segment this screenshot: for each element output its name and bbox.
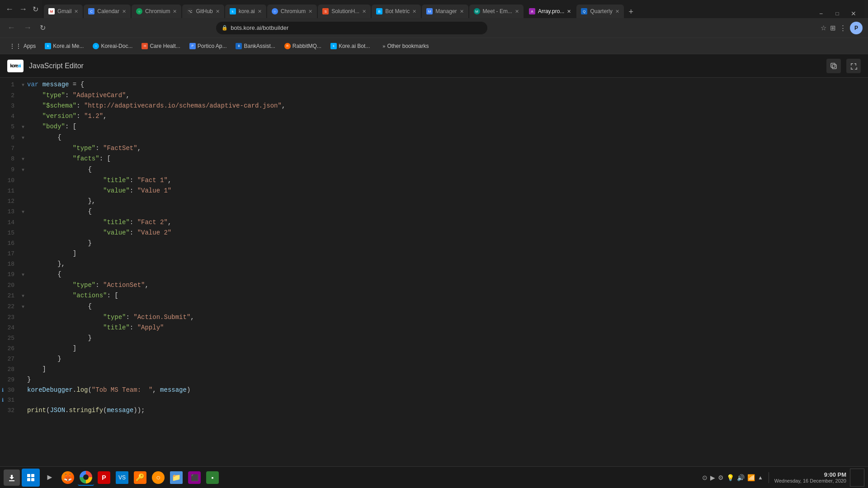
- svg-rect-0: [832, 65, 836, 69]
- back-nav[interactable]: ←: [5, 21, 17, 34]
- tray-up-arrow[interactable]: ▲: [758, 474, 763, 481]
- bookmark-star-icon[interactable]: ☆: [821, 24, 826, 32]
- taskbar-vscode[interactable]: VS: [114, 469, 130, 486]
- bookmark-koreai-bot[interactable]: k Kore.ai Bot...: [327, 42, 373, 51]
- tab-array[interactable]: A Array.pro... ✕: [524, 5, 576, 18]
- tab-botmetric[interactable]: B Bot Metric ✕: [372, 5, 421, 18]
- bookmark-koreai-me[interactable]: k Kore.ai Me...: [41, 42, 87, 51]
- tab-close-array[interactable]: ✕: [567, 9, 571, 14]
- tab-close-gmail[interactable]: ✕: [74, 9, 78, 14]
- editor-title: JavaScript Editor: [29, 62, 84, 70]
- code-line-26: 26 ]: [0, 343, 868, 354]
- taskbar-arrow[interactable]: ►: [42, 469, 58, 486]
- code-line-12: 12 },: [0, 196, 868, 206]
- svg-rect-5: [31, 478, 34, 481]
- forward-button[interactable]: →: [17, 3, 29, 16]
- taskbar-orange[interactable]: 🔑: [132, 469, 148, 486]
- tab-close-chromium-dev[interactable]: ✕: [173, 9, 177, 14]
- tab-close-chromium2[interactable]: ✕: [308, 9, 312, 14]
- refresh-nav[interactable]: ↻: [38, 22, 47, 34]
- tab-close-manager[interactable]: ✕: [460, 9, 464, 14]
- taskbar-orange2[interactable]: ○: [150, 469, 166, 486]
- tab-close-botmetric[interactable]: ✕: [412, 9, 416, 14]
- code-line-10: 10 "title": "Fact 1",: [0, 175, 868, 186]
- expand-icon-btn[interactable]: [846, 59, 861, 73]
- tab-bar: M Gmail ✕ C Calendar ✕ ○ Chromium ✕ ⌥ Gi…: [42, 0, 864, 18]
- taskbar-filemanager[interactable]: 📁: [168, 469, 184, 486]
- tab-solutionhub[interactable]: S SolutionH... ✕: [318, 5, 371, 18]
- taskbar-notification[interactable]: [4, 469, 20, 486]
- bookmark-apps[interactable]: ⋮⋮ Apps: [5, 41, 39, 51]
- bookmarks-bar: ⋮⋮ Apps k Kore.ai Me... ○ Koreai-Doc... …: [0, 38, 868, 54]
- copy-icon-btn[interactable]: [826, 59, 841, 73]
- new-tab-button[interactable]: +: [625, 5, 637, 18]
- code-line-3: 3 "$schema": "http://adaptivecards.io/sc…: [0, 101, 868, 111]
- taskbar-firefox[interactable]: 🦊: [60, 469, 76, 486]
- code-line-30: 30 koreDebugger.log("Tob MS Team: ", mes…: [0, 385, 868, 395]
- tray-config[interactable]: ⚙: [718, 474, 724, 481]
- bookmark-koreai-doc[interactable]: ○ Koreai-Doc...: [89, 42, 136, 51]
- code-line-25: 25 }: [0, 333, 868, 343]
- tab-quarterly[interactable]: Q Quarterly ✕: [576, 5, 623, 18]
- tray-play[interactable]: ▶: [710, 474, 715, 481]
- kore-logo-box: koreai: [7, 60, 24, 72]
- tab-close-github[interactable]: ✕: [216, 9, 220, 14]
- tab-close-solutionhub[interactable]: ✕: [362, 9, 366, 14]
- show-desktop-btn[interactable]: [850, 469, 864, 487]
- browser-window: ← → ↻ M Gmail ✕ C Calendar ✕ ○ Chromium …: [0, 0, 868, 488]
- tab-close-quarterly[interactable]: ✕: [615, 9, 619, 14]
- bookmark-care-health[interactable]: H Care Healt...: [138, 42, 184, 51]
- copy-icon: [830, 62, 837, 70]
- tab-close-kore[interactable]: ✕: [258, 9, 262, 14]
- code-line-31: 31: [0, 395, 868, 405]
- bookmark-bankassist[interactable]: B BankAssist...: [232, 42, 278, 51]
- taskbar-chrome[interactable]: [78, 469, 94, 486]
- user-avatar[interactable]: P: [850, 22, 863, 34]
- extensions-icon[interactable]: ⊞: [830, 24, 836, 32]
- url-text: bots.kore.ai/botbuilder: [231, 24, 288, 31]
- grid-icon: [26, 473, 35, 482]
- refresh-button[interactable]: ↻: [31, 3, 40, 15]
- taskbar: ► 🦊 P VS 🔑 ○ 📁 ⬛ ▪: [0, 466, 868, 488]
- tab-manager[interactable]: M Manager ✕: [422, 5, 468, 18]
- tab-calendar[interactable]: C Calendar ✕: [84, 5, 131, 18]
- back-button[interactable]: ←: [4, 3, 15, 16]
- code-line-27: 27 }: [0, 354, 868, 364]
- tab-github[interactable]: ⌥ GitHub ✕: [182, 5, 224, 18]
- tab-gmail[interactable]: M Gmail ✕: [44, 5, 83, 18]
- clock[interactable]: 9:00 PM Wednesday, 16 December, 2020: [774, 471, 846, 483]
- bookmark-rabbitmq[interactable]: R RabbitMQ...: [281, 42, 325, 51]
- tray-wifi[interactable]: 📶: [747, 474, 755, 481]
- maximize-button[interactable]: □: [830, 9, 844, 18]
- minimize-button[interactable]: −: [814, 9, 828, 18]
- tray-volume[interactable]: 🔊: [737, 474, 745, 481]
- url-bar[interactable]: 🔒 bots.kore.ai/botbuilder: [216, 22, 487, 34]
- code-line-5: 5 ▼ "body": [: [0, 122, 868, 132]
- tab-close-calendar[interactable]: ✕: [122, 9, 126, 14]
- taskbar-grid[interactable]: [22, 469, 40, 487]
- tab-kore[interactable]: k kore.ai ✕: [225, 5, 266, 18]
- title-bar: ← → ↻ M Gmail ✕ C Calendar ✕ ○ Chromium …: [0, 0, 868, 18]
- tab-close-meet[interactable]: ✕: [515, 9, 519, 14]
- taskbar-app-green[interactable]: ▪: [204, 469, 221, 486]
- close-button[interactable]: ✕: [846, 9, 861, 18]
- tray-light[interactable]: 💡: [726, 474, 734, 481]
- svg-rect-2: [27, 474, 30, 477]
- taskbar-app-purple[interactable]: ⬛: [186, 469, 203, 486]
- code-editor[interactable]: 1 ▼ var message = { 2 "type": "AdaptiveC…: [0, 78, 868, 466]
- menu-icon[interactable]: ⋮: [840, 24, 846, 32]
- code-line-14: 14 "title": "Fact 2",: [0, 217, 868, 228]
- forward-nav[interactable]: →: [22, 21, 33, 34]
- taskbar-app-red[interactable]: P: [96, 469, 112, 486]
- bookmark-portico[interactable]: P Portico Ap...: [186, 42, 231, 51]
- bookmark-more[interactable]: » Other bookmarks: [379, 42, 432, 51]
- tab-chromium-dev[interactable]: ○ Chromium ✕: [132, 5, 181, 18]
- code-line-22: 22 ▼ {: [0, 301, 868, 312]
- code-lines: 1 ▼ var message = { 2 "type": "AdaptiveC…: [0, 78, 868, 466]
- code-line-18: 18 },: [0, 259, 868, 269]
- code-line-16: 16 }: [0, 238, 868, 249]
- tray-icon-1[interactable]: ⊙: [702, 474, 708, 481]
- tab-meet[interactable]: M Meet - Em... ✕: [469, 5, 524, 18]
- code-line-11: 11 "value": "Value 1": [0, 186, 868, 196]
- tab-chromium2[interactable]: ○ Chromium ✕: [267, 5, 317, 18]
